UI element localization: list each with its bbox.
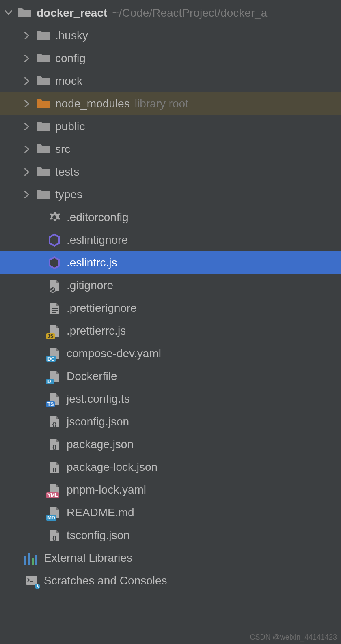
- watermark: CSDN @weixin_44141423: [250, 633, 337, 642]
- scratches-and-consoles[interactable]: Scratches and Consoles: [0, 569, 341, 592]
- external-libraries[interactable]: External Libraries: [0, 547, 341, 569]
- file-packagelock[interactable]: package-lock.json: [0, 456, 341, 479]
- file-label: .prettierignore: [67, 302, 137, 315]
- file-compose[interactable]: DC compose-dev.yaml: [0, 342, 341, 365]
- library-root-annotation: library root: [135, 97, 188, 110]
- json-file-icon: [47, 414, 62, 429]
- file-label: .eslintignore: [67, 234, 128, 247]
- file-label: .gitignore: [67, 279, 113, 292]
- chevron-right-icon[interactable]: [21, 146, 33, 153]
- folder-label: config: [55, 52, 86, 65]
- folder-public[interactable]: public: [0, 115, 341, 138]
- folder-label: .husky: [55, 29, 88, 42]
- file-label: .prettierrc.js: [67, 324, 126, 337]
- file-label: tsconfig.json: [67, 529, 130, 542]
- file-dockerfile[interactable]: D Dockerfile: [0, 365, 341, 388]
- external-libraries-label: External Libraries: [44, 552, 132, 565]
- file-package[interactable]: package.json: [0, 433, 341, 456]
- json-file-icon: [47, 528, 62, 543]
- folder-types[interactable]: types: [0, 183, 341, 206]
- file-eslintrc[interactable]: .eslintrc.js: [0, 251, 341, 274]
- folder-mock[interactable]: mock: [0, 70, 341, 92]
- folder-icon: [17, 6, 32, 20]
- file-label: jsconfig.json: [67, 415, 129, 428]
- file-tsconfig[interactable]: tsconfig.json: [0, 524, 341, 547]
- folder-label: node_modules: [55, 97, 130, 110]
- eslint-icon: [47, 255, 62, 270]
- file-label: .editorconfig: [67, 211, 129, 224]
- folder-icon: [36, 51, 50, 66]
- folder-tests[interactable]: tests: [0, 161, 341, 183]
- chevron-right-icon[interactable]: [21, 100, 33, 107]
- folder-husky[interactable]: .husky: [0, 24, 341, 47]
- scratches-label: Scratches and Consoles: [44, 574, 167, 587]
- chevron-right-icon[interactable]: [21, 123, 33, 130]
- ts-file-icon: TS: [47, 392, 62, 406]
- folder-node-modules[interactable]: node_modules library root: [0, 92, 341, 115]
- file-jsconfig[interactable]: jsconfig.json: [0, 410, 341, 433]
- chevron-down-icon[interactable]: [2, 9, 15, 17]
- file-prettierrc[interactable]: JS .prettierrc.js: [0, 320, 341, 342]
- file-label: .eslintrc.js: [67, 256, 117, 269]
- folder-icon: [36, 119, 50, 134]
- root-path: ~/Code/ReactProject/docker_a: [112, 6, 267, 19]
- folder-icon: [36, 187, 50, 202]
- libraries-icon: [24, 551, 39, 565]
- file-text-icon: [47, 301, 62, 316]
- docker-compose-icon: DC: [47, 346, 62, 361]
- chevron-right-icon[interactable]: [21, 55, 33, 62]
- folder-label: tests: [55, 165, 79, 178]
- chevron-right-icon[interactable]: [21, 168, 33, 176]
- file-label: package.json: [67, 438, 134, 451]
- project-tree: docker_react ~/Code/ReactProject/docker_…: [0, 0, 341, 592]
- json-file-icon: [47, 437, 62, 452]
- file-label: package-lock.json: [67, 461, 158, 474]
- tree-root[interactable]: docker_react ~/Code/ReactProject/docker_…: [0, 2, 341, 24]
- folder-label: mock: [55, 75, 82, 88]
- file-label: Dockerfile: [67, 370, 117, 383]
- folder-label: src: [55, 143, 70, 156]
- file-label: README.md: [67, 506, 134, 519]
- file-readme[interactable]: MD README.md: [0, 501, 341, 524]
- json-file-icon: [47, 460, 62, 474]
- chevron-right-icon[interactable]: [21, 32, 33, 39]
- file-pnpmlock[interactable]: YML pnpm-lock.yaml: [0, 479, 341, 501]
- folder-icon: [36, 97, 50, 111]
- markdown-file-icon: MD: [47, 505, 62, 520]
- file-ignore-icon: [47, 278, 62, 293]
- folder-config[interactable]: config: [0, 47, 341, 70]
- gear-icon: [47, 210, 62, 225]
- folder-src[interactable]: src: [0, 138, 341, 161]
- file-prettierignore[interactable]: .prettierignore: [0, 297, 341, 320]
- yaml-file-icon: YML: [47, 483, 62, 497]
- chevron-right-icon[interactable]: [21, 77, 33, 85]
- file-gitignore[interactable]: .gitignore: [0, 274, 341, 297]
- file-eslintignore[interactable]: .eslintignore: [0, 229, 341, 251]
- dockerfile-icon: D: [47, 369, 62, 384]
- folder-icon: [36, 165, 50, 179]
- file-label: jest.config.ts: [67, 393, 130, 406]
- folder-label: public: [55, 120, 85, 133]
- eslint-icon: [47, 233, 62, 247]
- js-file-icon: JS: [47, 324, 62, 338]
- folder-icon: [36, 74, 50, 88]
- root-name: docker_react: [37, 6, 107, 19]
- folder-icon: [36, 28, 50, 43]
- file-label: pnpm-lock.yaml: [67, 483, 146, 496]
- chevron-right-icon[interactable]: [21, 191, 33, 198]
- file-jestconfig[interactable]: TS jest.config.ts: [0, 388, 341, 410]
- scratches-icon: [24, 573, 39, 588]
- folder-label: types: [55, 188, 82, 201]
- file-editorconfig[interactable]: .editorconfig: [0, 206, 341, 229]
- folder-icon: [36, 142, 50, 157]
- file-label: compose-dev.yaml: [67, 347, 161, 360]
